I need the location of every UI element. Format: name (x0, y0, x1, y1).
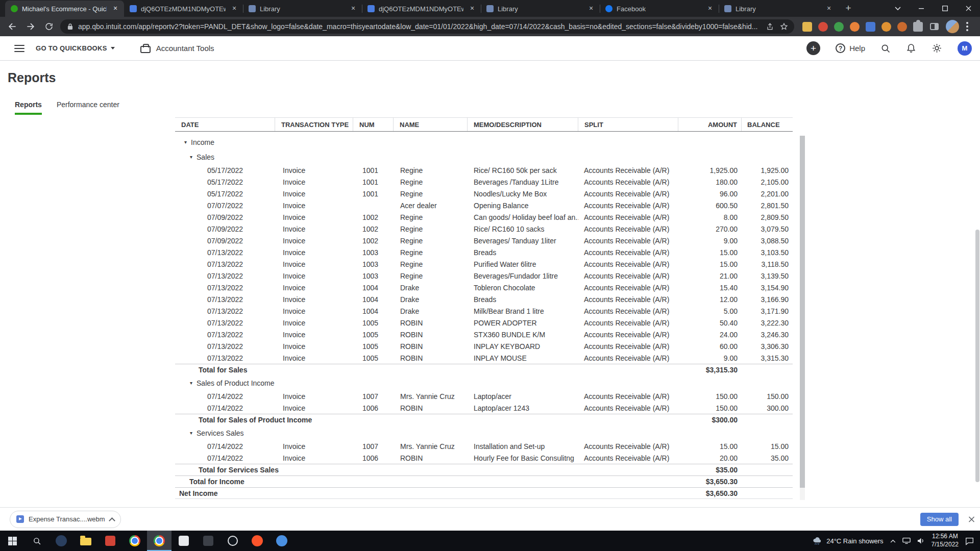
weather-widget[interactable]: 24°C Rain showers (812, 536, 883, 545)
table-row[interactable]: 07/14/2022Invoice1007Mrs. Yannie CruzLap… (175, 390, 793, 402)
table-row[interactable]: 05/17/2022Invoice1001RegineBeverages /Ta… (175, 176, 793, 188)
forward-icon[interactable] (24, 20, 37, 33)
table-row[interactable]: 07/13/2022Invoice1004DrakeMilk/Bear Bran… (175, 305, 793, 317)
share-icon[interactable] (766, 23, 774, 31)
browser-tab[interactable]: Facebook× (600, 1, 719, 17)
download-caret-up-icon[interactable] (109, 517, 115, 524)
collapse-arrow-icon[interactable]: ▾ (190, 380, 192, 386)
cell-name: Regine (394, 225, 468, 233)
minimize-button[interactable] (910, 0, 933, 17)
extension-puzzle-icon[interactable] (913, 22, 923, 32)
user-avatar[interactable]: M (958, 41, 972, 56)
tray-display-icon[interactable] (902, 537, 911, 544)
table-row[interactable]: 05/17/2022Invoice1001RegineNoodles/Lucky… (175, 188, 793, 199)
reload-icon[interactable] (43, 20, 55, 33)
url-text[interactable]: app.qbo.intuit.com/app/reportv2?token=PA… (78, 22, 766, 31)
close-download-bar-icon[interactable] (968, 516, 975, 522)
table-row[interactable]: 07/13/2022Invoice1005ROBINSTX360 BUNDLE … (175, 329, 793, 340)
bookmark-star-icon[interactable] (780, 22, 788, 31)
extension-brown-icon[interactable] (897, 22, 907, 32)
go-to-quickbooks-button[interactable]: GO TO QUICKBOOKS (36, 44, 115, 52)
collapse-arrow-icon[interactable]: ▾ (190, 154, 192, 160)
help-button[interactable]: ? Help (836, 43, 865, 53)
table-row[interactable]: 07/13/2022Invoice1003RegineBreadsAccount… (175, 246, 793, 258)
taskbar-app-steam[interactable] (49, 531, 74, 551)
hamburger-menu-icon[interactable] (14, 45, 24, 52)
extension-orange-icon[interactable] (850, 22, 860, 32)
table-row[interactable]: 07/13/2022Invoice1005ROBINPOWER ADOPTERA… (175, 317, 793, 329)
extension-amber-icon[interactable] (881, 22, 891, 32)
download-item[interactable]: Expense Transac....webm (10, 511, 121, 528)
taskbar-app-explorer[interactable] (74, 531, 98, 551)
taskbar-app-blue[interactable] (270, 531, 294, 551)
search-icon[interactable] (880, 43, 891, 54)
settings-gear-icon[interactable] (932, 43, 942, 54)
table-row[interactable]: 07/13/2022Invoice1004DrakeTobleron Choco… (175, 282, 793, 293)
table-row[interactable]: 07/13/2022Invoice1003RegineBeverages/Fun… (175, 270, 793, 282)
table-row[interactable]: 07/13/2022Invoice1003ReginePurified Wate… (175, 258, 793, 270)
accountant-tools-button[interactable]: Accountant Tools (140, 44, 214, 53)
report-scrollbar-thumb[interactable] (800, 136, 805, 488)
tab-close-icon[interactable]: × (824, 4, 834, 13)
tab-close-icon[interactable]: × (586, 4, 596, 13)
close-window-button[interactable] (957, 0, 980, 17)
maximize-button[interactable] (933, 0, 957, 17)
start-button[interactable] (0, 531, 24, 551)
table-row[interactable]: 07/13/2022Invoice1004DrakeBreadsAccounts… (175, 293, 793, 305)
table-row[interactable]: 07/14/2022Invoice1006ROBINHourly Fee for… (175, 452, 793, 464)
browser-tab[interactable]: Library× (243, 1, 362, 17)
tab-close-icon[interactable]: × (230, 4, 239, 13)
taskbar-app-red[interactable] (98, 531, 122, 551)
taskbar-search-button[interactable] (24, 531, 49, 551)
tab-close-icon[interactable]: × (705, 4, 715, 13)
tab-search-chevron-icon[interactable] (886, 0, 910, 17)
back-icon[interactable] (6, 20, 18, 33)
table-row[interactable]: 07/14/2022Invoice1007Mrs. Yannie CruzIns… (175, 440, 793, 452)
side-panel-icon[interactable] (930, 23, 939, 30)
tab-reports[interactable]: Reports (15, 101, 42, 115)
tab-close-icon[interactable]: × (468, 4, 477, 13)
tab-close-icon[interactable]: × (111, 4, 120, 13)
extension-red-icon[interactable] (818, 22, 828, 32)
extension-blue-icon[interactable] (866, 22, 875, 32)
collapse-arrow-icon[interactable]: ▾ (184, 139, 187, 145)
table-row[interactable]: 07/13/2022Invoice1005ROBININPLAY MOUSEAc… (175, 352, 793, 364)
taskbar-app-chrome-active[interactable] (147, 531, 172, 551)
table-row[interactable]: 07/09/2022Invoice1002RegineBeverages/ Ta… (175, 235, 793, 246)
table-row[interactable]: 07/13/2022Invoice1005ROBININPLAY KEYBOAR… (175, 340, 793, 352)
report-scrollbar[interactable] (800, 136, 805, 500)
table-row[interactable]: 07/07/2022InvoiceAcer dealerOpening Bala… (175, 199, 793, 211)
taskbar-app-obs[interactable] (220, 531, 245, 551)
collapse-arrow-icon[interactable]: ▾ (190, 430, 192, 436)
address-bar[interactable]: app.qbo.intuit.com/app/reportv2?token=PA… (60, 19, 794, 34)
notifications-bell-icon[interactable] (906, 43, 916, 54)
tray-volume-icon[interactable] (917, 537, 925, 544)
tab-close-icon[interactable]: × (349, 4, 358, 13)
table-row[interactable]: 07/09/2022Invoice1002RegineRice/ RC160 1… (175, 223, 793, 235)
table-row[interactable]: 05/17/2022Invoice1001RegineRice/ RC160 5… (175, 164, 793, 176)
browser-profile-avatar[interactable] (946, 20, 959, 33)
tab-performance-center[interactable]: Performance center (57, 101, 119, 115)
page-scrollbar-thumb[interactable] (975, 230, 979, 482)
taskbar-app-notepad[interactable] (172, 531, 196, 551)
browser-tab[interactable]: Library× (719, 1, 838, 17)
browser-menu-icon[interactable] (966, 22, 968, 31)
action-center-icon[interactable] (965, 537, 974, 545)
extension-green-icon[interactable] (834, 22, 844, 32)
tray-chevron-up-icon[interactable] (890, 539, 896, 543)
show-all-button[interactable]: Show all (920, 513, 959, 526)
create-plus-button[interactable]: + (806, 41, 820, 55)
taskbar-app-chrome[interactable] (122, 531, 147, 551)
table-row[interactable]: 07/09/2022Invoice1002RegineCan goods/ Ho… (175, 211, 793, 223)
table-row[interactable]: 07/14/2022Invoice1006ROBINLaptop/acer 12… (175, 402, 793, 414)
browser-tab[interactable]: djQ6OTEzMDM1NDMyOTEwMT× (362, 1, 481, 17)
extension-yellow-icon[interactable] (802, 22, 812, 32)
new-tab-button[interactable]: + (842, 2, 855, 15)
browser-tab[interactable]: Library× (481, 1, 600, 17)
cell-date: 07/14/2022 (175, 454, 275, 462)
browser-tab[interactable]: djQ6OTEzMDM1NDMyOTEwMT× (124, 1, 243, 17)
taskbar-app-brave[interactable] (245, 531, 270, 551)
taskbar-app-dark[interactable] (196, 531, 220, 551)
browser-tab[interactable]: Michael's Ecommerce - QuickBo× (5, 1, 124, 17)
taskbar-clock[interactable]: 12:56 AM 7/15/2022 (932, 533, 959, 548)
